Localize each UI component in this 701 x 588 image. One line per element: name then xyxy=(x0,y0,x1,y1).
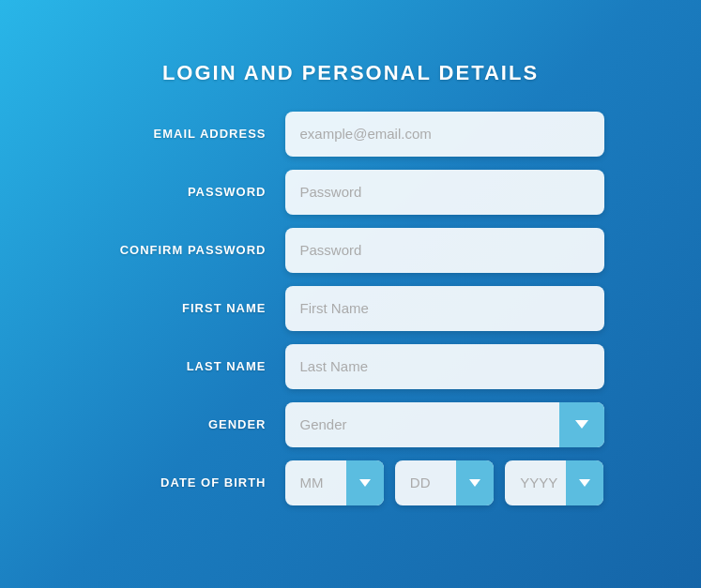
dob-day-select[interactable]: DD 01 15 31 xyxy=(395,460,494,505)
password-label: PASSWORD xyxy=(98,185,285,199)
first-name-label: FIRST NAME xyxy=(98,301,285,315)
gender-select[interactable]: Gender Male Female Other xyxy=(285,402,604,447)
dob-month-select[interactable]: MM 01 02 03 04 05 06 07 08 09 10 11 12 xyxy=(285,460,384,505)
last-name-input[interactable] xyxy=(285,344,604,389)
form-container: LOGIN AND PERSONAL DETAILS EMAIL ADDRESS… xyxy=(60,33,642,556)
dob-label: DATE OF BIRTH xyxy=(98,475,285,490)
dob-selects: MM 01 02 03 04 05 06 07 08 09 10 11 12 xyxy=(285,460,604,505)
confirm-password-input[interactable] xyxy=(285,228,604,273)
page-title: LOGIN AND PERSONAL DETAILS xyxy=(98,61,604,85)
dob-row: DATE OF BIRTH MM 01 02 03 04 05 06 07 08… xyxy=(98,460,604,505)
last-name-row: LAST NAME xyxy=(98,344,604,389)
dob-month-wrapper: MM 01 02 03 04 05 06 07 08 09 10 11 12 xyxy=(285,460,384,505)
first-name-input[interactable] xyxy=(285,286,604,331)
confirm-password-label: CONFIRM PASSWORD xyxy=(98,243,285,257)
email-row: EMAIL ADDRESS xyxy=(98,112,604,157)
dob-year-select[interactable]: YYYY 2000 1990 1980 xyxy=(505,460,603,505)
confirm-password-row: CONFIRM PASSWORD xyxy=(98,228,604,273)
password-row: PASSWORD xyxy=(98,170,604,215)
gender-label: GENDER xyxy=(98,417,285,431)
last-name-label: LAST NAME xyxy=(98,359,285,373)
first-name-row: FIRST NAME xyxy=(98,286,604,331)
email-label: EMAIL ADDRESS xyxy=(98,127,285,141)
dob-day-wrapper: DD 01 15 31 xyxy=(395,460,494,505)
gender-select-wrapper: Gender Male Female Other xyxy=(285,402,604,447)
gender-row: GENDER Gender Male Female Other xyxy=(98,402,604,447)
password-input[interactable] xyxy=(285,170,604,215)
dob-year-wrapper: YYYY 2000 1990 1980 xyxy=(505,460,603,505)
email-input[interactable] xyxy=(285,112,604,157)
